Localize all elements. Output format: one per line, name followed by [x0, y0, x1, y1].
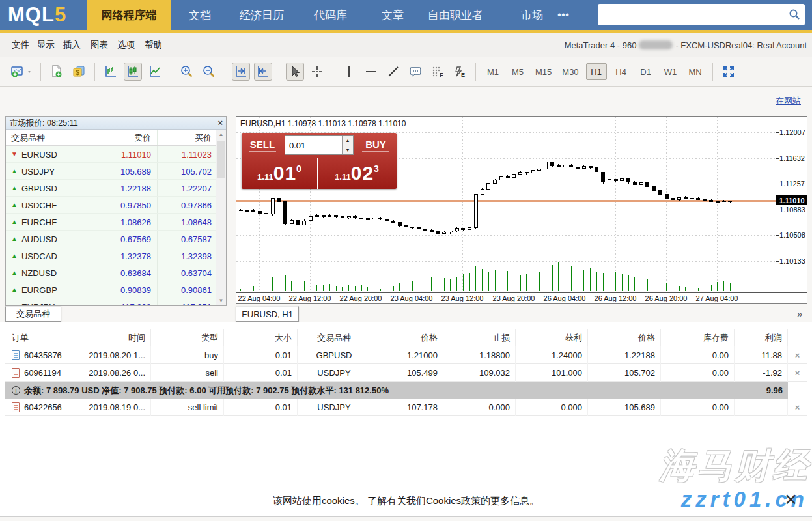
chart-tab-eurusd-h1[interactable]: EURUSD, H1	[236, 306, 299, 322]
bar-chart-icon[interactable]	[102, 63, 120, 81]
new-order-icon[interactable]	[48, 63, 66, 81]
new-chart-icon[interactable]	[8, 63, 27, 81]
market-watch-row-audusd[interactable]: ▲AUDUSD0.675690.67587	[6, 231, 216, 247]
text-label-icon[interactable]	[406, 63, 425, 81]
menu-item-5[interactable]: 选项	[117, 33, 135, 57]
nav-item-7[interactable]: •••	[557, 0, 569, 30]
mql5-logo[interactable]: MQL5	[8, 3, 66, 27]
terminal-column-6[interactable]: 价格	[371, 329, 443, 346]
sell-button[interactable]: SELL	[242, 133, 283, 158]
terminal-column-8[interactable]: 获利	[516, 329, 588, 346]
timeframe-h1[interactable]: H1	[586, 63, 607, 80]
terminal-column-3[interactable]: 类型	[151, 329, 224, 346]
buy-button[interactable]: BUY	[355, 133, 397, 158]
dropdown-caret-icon[interactable]	[25, 63, 34, 81]
market-watch-row-gbpusd[interactable]: ▲GBPUSD1.221881.22207	[6, 180, 216, 197]
column-symbol[interactable]: 交易品种	[11, 130, 45, 146]
timeframe-d1[interactable]: D1	[636, 63, 656, 80]
auto-scroll-icon[interactable]	[232, 63, 250, 81]
close-order-icon[interactable]: ×	[795, 368, 800, 378]
menu-item-1[interactable]: 文件	[12, 33, 29, 57]
menu-item-4[interactable]: 图表	[91, 33, 108, 57]
fullscreen-icon[interactable]	[720, 63, 738, 81]
ask-price: 0.63704	[157, 264, 216, 281]
market-watch-row-nzdusd[interactable]: ▲NZDUSD0.636840.63704	[6, 264, 216, 281]
scroll-down-icon[interactable]: ▼	[216, 296, 226, 305]
stepper-down-icon[interactable]: ▼	[343, 145, 353, 154]
nav-tab-webterminal[interactable]: 网络程序端	[87, 0, 171, 30]
onsite-link[interactable]: 在网站	[776, 95, 801, 107]
horizontal-line-icon[interactable]	[362, 63, 380, 81]
nav-item-3[interactable]: 代码库	[314, 0, 347, 30]
terminal-column-10[interactable]: 库存费	[661, 329, 735, 346]
line-chart-icon[interactable]	[146, 63, 164, 81]
market-watch-row-usdjpy[interactable]: ▲USDJPY105.689105.702	[6, 163, 216, 180]
nav-item-4[interactable]: 文章	[382, 0, 404, 30]
terminal-column-4[interactable]: 大小	[224, 329, 298, 346]
column-bid[interactable]: 卖价	[91, 130, 157, 146]
scrollbar-thumb[interactable]	[217, 141, 225, 178]
scroll-up-icon[interactable]: ▲	[216, 130, 226, 139]
close-icon[interactable]: ×	[217, 118, 223, 128]
volume-input[interactable]	[289, 138, 335, 152]
price-up-icon: ▲	[11, 253, 18, 259]
stepper-up-icon[interactable]: ▲	[343, 136, 353, 145]
order-row-60435876[interactable]: 604358762019.08.20 1...buy0.01GBPUSD1.21…	[5, 346, 807, 364]
expert-advisors-icon[interactable]: E	[451, 63, 469, 81]
close-order-icon[interactable]: ×	[795, 402, 800, 412]
market-watch-tab-symbols[interactable]: 交易品种	[5, 306, 61, 322]
column-ask[interactable]: 买价	[157, 130, 216, 146]
crosshair-icon[interactable]	[308, 63, 326, 81]
chart-shift-icon[interactable]	[254, 63, 272, 81]
nav-item-6[interactable]: 市场	[521, 0, 543, 30]
candlestick-chart-icon[interactable]	[124, 63, 142, 81]
cookie-policy-link[interactable]: Cookies政策	[426, 495, 481, 507]
nav-item-2[interactable]: 经济日历	[240, 0, 284, 30]
menu-item-3[interactable]: 插入	[63, 33, 81, 57]
market-watch-row-usdcad[interactable]: ▲USDCAD1.323781.32398	[6, 247, 216, 264]
indicators-icon[interactable]: F	[428, 63, 447, 81]
close-order-icon[interactable]: ×	[795, 350, 800, 360]
order-row-60961194[interactable]: 609611942019.08.26 0...sell0.01USDJPY105…	[5, 364, 807, 382]
search-icon[interactable]	[789, 8, 800, 23]
profiles-icon[interactable]: $	[70, 63, 88, 81]
nav-item-1[interactable]: 文档	[189, 0, 211, 30]
price-axis: 1.120071.116321.112571.108831.105081.101…	[776, 117, 807, 292]
chart-tabs-more-icon[interactable]: »	[797, 308, 802, 319]
terminal-column-11[interactable]: 利润	[735, 329, 788, 346]
menu-item-6[interactable]: 帮助	[145, 33, 162, 57]
timeframe-m30[interactable]: M30	[559, 63, 581, 80]
market-watch-row-usdchf[interactable]: ▲USDCHF0.978500.97866	[6, 197, 216, 214]
expand-icon[interactable]: +	[12, 386, 20, 395]
search-input[interactable]	[603, 5, 785, 23]
terminal-column-5[interactable]: 交易品种	[298, 329, 371, 346]
timeframe-w1[interactable]: W1	[660, 63, 681, 80]
trendline-icon[interactable]	[384, 63, 402, 81]
market-watch-row-eurgbp[interactable]: ▲EURGBP0.908390.90861	[6, 281, 216, 298]
menu-item-2[interactable]: 显示	[37, 33, 55, 57]
zoom-in-icon[interactable]	[178, 63, 196, 81]
terminal-column-7[interactable]: 止损	[443, 329, 516, 346]
market-watch-row-eurusd[interactable]: ▼EURUSD1.110101.11023	[6, 146, 216, 163]
vertical-line-icon[interactable]	[340, 63, 358, 81]
zoom-out-icon[interactable]	[200, 63, 218, 81]
timeframe-m1[interactable]: M1	[483, 63, 503, 80]
cursor-icon[interactable]	[286, 63, 304, 81]
terminal-column-2[interactable]: 时间	[77, 329, 151, 346]
timeframe-m5[interactable]: M5	[507, 63, 528, 80]
timeframe-h4[interactable]: H4	[611, 63, 632, 80]
order-row-60422656[interactable]: 604226562019.08.19 0...sell limit0.01USD…	[5, 399, 807, 416]
nav-item-5[interactable]: 自由职业者	[428, 0, 483, 30]
timeframe-mn[interactable]: MN	[685, 63, 706, 80]
market-watch-scrollbar[interactable]: ▲ ▼	[216, 130, 226, 305]
market-watch-row-eurjpy[interactable]: ▲EURJPY117.338117.351	[6, 298, 216, 306]
toolbar-separator	[225, 63, 225, 81]
cookie-close-icon[interactable]: ✕	[784, 492, 798, 507]
terminal-column-1[interactable]: 订单	[5, 329, 77, 346]
market-watch-row-eurchf[interactable]: ▲EURCHF1.086261.08648	[6, 214, 216, 231]
timeframe-m15[interactable]: M15	[532, 63, 555, 80]
buy-price-display[interactable]: 1.11 02 3	[318, 158, 395, 189]
sell-price-display[interactable]: 1.11 01 0	[242, 158, 318, 189]
terminal-column-9[interactable]: 价格	[588, 329, 661, 346]
chart-plot-area[interactable]: EURUSD,H1 1.10978 1.11013 1.10978 1.1101…	[236, 117, 776, 292]
